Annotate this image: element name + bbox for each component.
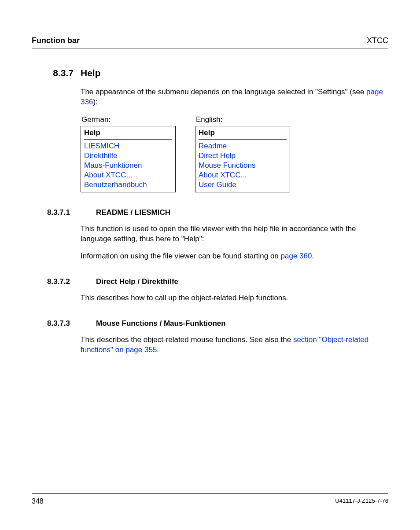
subsection-paragraph: This describes how to call up the object… [81, 293, 388, 303]
paragraph-text: Information on using the file viewer can… [81, 252, 281, 260]
section-intro: The appearance of the submenu depends on… [81, 87, 388, 107]
german-menu-title: Help [84, 128, 172, 140]
page-body: 8.3.7 Help The appearance of the submenu… [32, 48, 388, 493]
menu-item-maus-funktionen[interactable]: Maus-Funktionen [84, 161, 172, 170]
subsection-heading: 8.3.7.1README / LIESMICH [32, 208, 388, 217]
english-label: English: [196, 115, 292, 124]
menu-item-about-xtcc-en[interactable]: About XTCC... [199, 170, 287, 180]
subsection-heading: 8.3.7.3Mouse Functions / Maus-Funktionen [32, 319, 388, 328]
section-title: Help [81, 68, 101, 78]
subsection-title: README / LIESMICH [96, 208, 170, 217]
subsection-title: Mouse Functions / Maus-Funktionen [96, 319, 226, 328]
header-section-title: Function bar [32, 36, 80, 45]
header-product: XTCC [367, 36, 388, 45]
german-help-menu: Help LIESMICH Direkthilfe Maus-Funktione… [81, 126, 176, 192]
menu-examples: German: Help LIESMICH Direkthilfe Maus-F… [81, 115, 388, 192]
subsection-paragraph: Information on using the file viewer can… [81, 251, 388, 261]
paragraph-text: This describes how to call up the object… [81, 294, 288, 302]
intro-text-1: The appearance of the submenu depends on… [81, 88, 366, 96]
menu-item-mouse-functions[interactable]: Mouse Functions [199, 161, 287, 170]
german-label: German: [81, 115, 177, 124]
page-header: Function bar XTCC [32, 36, 388, 48]
english-menu-items: Readme Direct Help Mouse Functions About… [199, 140, 287, 190]
intro-text-2: ): [93, 98, 97, 106]
subsection-title: Direct Help / Direkthilfe [96, 277, 178, 286]
paragraph-text: This describes the object-related mouse … [81, 335, 293, 344]
subsection-number: 8.3.7.2 [47, 277, 89, 286]
english-menu-title: Help [199, 128, 287, 140]
english-column: English: Help Readme Direct Help Mouse F… [195, 115, 292, 192]
paragraph-text: This function is used to open the file v… [81, 225, 356, 243]
menu-item-direkthilfe[interactable]: Direkthilfe [84, 151, 172, 161]
section-heading: 8.3.7 Help [32, 68, 388, 78]
menu-item-direct-help[interactable]: Direct Help [199, 151, 287, 161]
page-footer: 348 U41117-J-Z125-7-76 [32, 493, 388, 505]
subsection-heading: 8.3.7.2Direct Help / Direkthilfe [32, 277, 388, 286]
menu-item-benutzerhandbuch[interactable]: Benutzerhandbuch [84, 180, 172, 190]
cross-reference-link[interactable]: page 360 [281, 252, 312, 260]
english-help-menu: Help Readme Direct Help Mouse Functions … [195, 126, 290, 192]
paragraph-text: . [157, 346, 159, 354]
subsection-number: 8.3.7.3 [47, 319, 89, 328]
menu-item-about-xtcc-de[interactable]: About XTCC... [84, 170, 172, 180]
menu-item-readme[interactable]: Readme [199, 141, 287, 151]
menu-item-user-guide[interactable]: User Guide [199, 180, 287, 190]
german-menu-items: LIESMICH Direkthilfe Maus-Funktionen Abo… [84, 140, 172, 190]
subsection-paragraph: This function is used to open the file v… [81, 224, 388, 244]
subsection-number: 8.3.7.1 [47, 208, 89, 217]
document-id: U41117-J-Z125-7-76 [335, 497, 388, 505]
subsection-paragraph: This describes the object-related mouse … [81, 335, 388, 355]
paragraph-text: . [312, 252, 314, 260]
german-column: German: Help LIESMICH Direkthilfe Maus-F… [81, 115, 177, 192]
page-number: 348 [32, 497, 44, 505]
section-number: 8.3.7 [32, 68, 74, 78]
menu-item-liesmich[interactable]: LIESMICH [84, 141, 172, 151]
